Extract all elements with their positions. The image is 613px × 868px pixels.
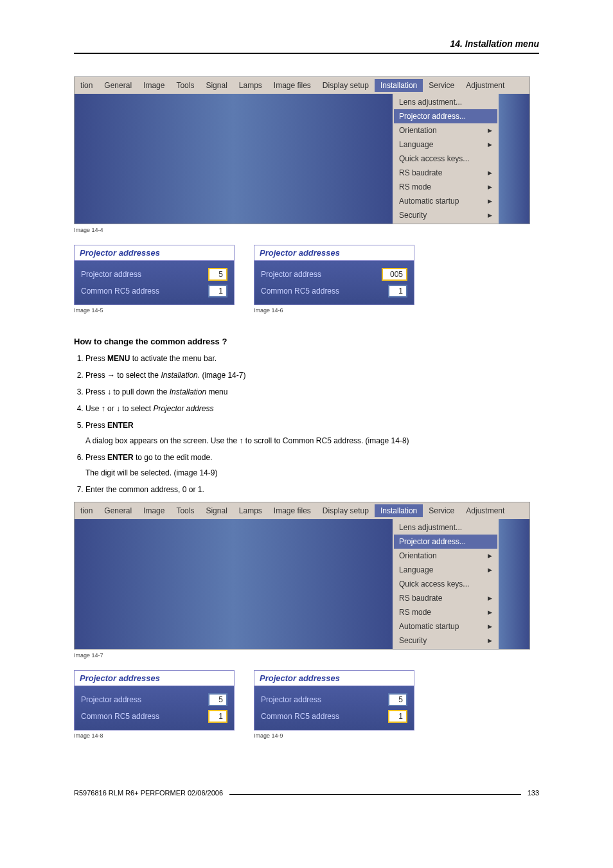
dropdown-item-lens-adjustment[interactable]: Lens adjustment... [394, 95, 497, 109]
dropdown-item-orientation[interactable]: Orientation▶ [394, 549, 497, 563]
rc5-address-value[interactable]: 1 [208, 285, 227, 297]
menu-bar: tionGeneralImageToolsSignalLampsImage fi… [75, 77, 529, 94]
menu-item-tion[interactable]: tion [75, 79, 98, 92]
menu-item-general[interactable]: General [98, 79, 138, 92]
chevron-right-icon: ▶ [488, 637, 492, 644]
dropdown-item-orientation[interactable]: Orientation▶ [394, 123, 497, 137]
row-label: Projector address [261, 270, 321, 279]
dropdown-item-language[interactable]: Language▶ [394, 563, 497, 577]
row-label: Common RC5 address [261, 712, 339, 721]
menu-item-display-setup[interactable]: Display setup [317, 79, 375, 92]
dropdown-label: Automatic startup [399, 197, 459, 206]
dialog-title: Projector addresses [254, 245, 414, 261]
menu-item-installation[interactable]: Installation [375, 79, 423, 92]
menu-item-tools[interactable]: Tools [170, 504, 200, 517]
rc5-address-value[interactable]: 1 [388, 710, 407, 723]
dropdown-label: Projector address... [399, 537, 466, 546]
dialog-projector-addresses-1: Projector addresses Projector address 5 … [74, 245, 235, 305]
dropdown-item-automatic-startup[interactable]: Automatic startup▶ [394, 194, 497, 208]
menu-item-general[interactable]: General [98, 504, 138, 517]
dropdown-label: Language [399, 565, 433, 574]
installation-dropdown: Lens adjustment...Projector address...Or… [393, 94, 499, 224]
dropdown-item-rs-mode[interactable]: RS mode▶ [394, 605, 497, 619]
row-label: Projector address [81, 270, 141, 279]
dropdown-label: Automatic startup [399, 622, 459, 631]
dropdown-item-rs-baudrate[interactable]: RS baudrate▶ [394, 591, 497, 605]
step-item: Use ↑ or ↓ to select Projector address [85, 403, 539, 414]
chevron-right-icon: ▶ [488, 567, 492, 573]
menu-item-adjustment[interactable]: Adjustment [460, 504, 510, 517]
dropdown-label: RS baudrate [399, 168, 442, 177]
menu-item-service[interactable]: Service [423, 79, 460, 92]
menu-background-right [499, 519, 529, 649]
steps-list: Press MENU to activate the menu bar.Pres… [74, 353, 539, 495]
dropdown-item-quick-access-keys[interactable]: Quick access keys... [394, 577, 497, 591]
menu-item-image-files[interactable]: Image files [268, 504, 317, 517]
menu-item-installation[interactable]: Installation [375, 504, 423, 517]
dropdown-label: Language [399, 140, 433, 149]
chevron-right-icon: ▶ [488, 170, 492, 176]
rc5-address-value[interactable]: 1 [208, 710, 227, 723]
menu-item-adjustment[interactable]: Adjustment [460, 79, 510, 92]
menu-item-image-files[interactable]: Image files [268, 79, 317, 92]
chevron-right-icon: ▶ [488, 595, 492, 601]
page-header: 14. Installation menu [74, 39, 539, 54]
menu-item-lamps[interactable]: Lamps [233, 79, 268, 92]
dialog-projector-addresses-3: Projector addresses Projector address 5 … [74, 670, 235, 731]
menu-item-signal[interactable]: Signal [200, 504, 233, 517]
dropdown-item-security[interactable]: Security▶ [394, 633, 497, 648]
projector-address-value[interactable]: 5 [208, 268, 227, 281]
caption-14-6: Image 14-6 [254, 307, 414, 314]
dropdown-item-language[interactable]: Language▶ [394, 137, 497, 152]
chevron-right-icon: ▶ [488, 141, 492, 148]
menu-item-image[interactable]: Image [138, 504, 170, 517]
menu-screenshot-1: tionGeneralImageToolsSignalLampsImage fi… [74, 76, 530, 224]
dropdown-item-projector-address[interactable]: Projector address... [394, 535, 497, 549]
menu-item-signal[interactable]: Signal [200, 79, 233, 92]
dropdown-label: Lens adjustment... [399, 523, 462, 532]
dialog-row-rc5: Common RC5 address 1 [261, 708, 407, 725]
footer-left: R5976816 RLM R6+ PERFORMER 02/06/2006 [74, 789, 223, 797]
dropdown-item-lens-adjustment[interactable]: Lens adjustment... [394, 520, 497, 535]
menu-screenshot-2: tionGeneralImageToolsSignalLampsImage fi… [74, 502, 530, 650]
dropdown-item-security[interactable]: Security▶ [394, 208, 497, 222]
projector-address-value[interactable]: 5 [388, 693, 407, 706]
menu-item-image[interactable]: Image [138, 79, 170, 92]
section-heading: How to change the common address ? [74, 337, 539, 346]
footer-page-number: 133 [528, 789, 539, 797]
chevron-right-icon: ▶ [488, 212, 492, 218]
projector-address-value[interactable]: 005 [382, 268, 407, 281]
caption-14-7: Image 14-7 [74, 652, 539, 659]
chevron-right-icon: ▶ [488, 198, 492, 204]
dialog-row-projector: Projector address 005 [261, 266, 407, 283]
step-item: Enter the common address, 0 or 1. [85, 484, 539, 495]
caption-14-4: Image 14-4 [74, 227, 539, 233]
footer-line [229, 794, 521, 795]
menu-item-service[interactable]: Service [423, 504, 460, 517]
dialog-projector-addresses-2: Projector addresses Projector address 00… [254, 245, 414, 305]
dropdown-item-rs-mode[interactable]: RS mode▶ [394, 180, 497, 194]
menu-item-lamps[interactable]: Lamps [233, 504, 268, 517]
dropdown-label: Projector address... [399, 112, 466, 121]
menu-bar: tionGeneralImageToolsSignalLampsImage fi… [75, 502, 529, 519]
dropdown-item-projector-address[interactable]: Projector address... [394, 109, 497, 123]
dialog-title: Projector addresses [75, 245, 234, 261]
dropdown-label: RS mode [399, 182, 431, 191]
menu-item-display-setup[interactable]: Display setup [317, 504, 375, 517]
dropdown-item-quick-access-keys[interactable]: Quick access keys... [394, 152, 497, 166]
menu-item-tools[interactable]: Tools [170, 79, 200, 92]
dialog-projector-addresses-4: Projector addresses Projector address 5 … [254, 670, 414, 731]
row-label: Common RC5 address [81, 712, 159, 721]
dropdown-item-rs-baudrate[interactable]: RS baudrate▶ [394, 166, 497, 180]
menu-background [75, 519, 393, 649]
step-item: Press ENTER to go to the edit mode.The d… [85, 452, 539, 479]
step-item: Press ENTERA dialog box appears on the s… [85, 420, 539, 447]
rc5-address-value[interactable]: 1 [388, 285, 407, 297]
dropdown-item-automatic-startup[interactable]: Automatic startup▶ [394, 619, 497, 633]
projector-address-value[interactable]: 5 [208, 693, 227, 706]
chevron-right-icon: ▶ [488, 553, 492, 559]
row-label: Common RC5 address [261, 287, 339, 296]
menu-item-tion[interactable]: tion [75, 504, 98, 517]
chevron-right-icon: ▶ [488, 184, 492, 190]
chevron-right-icon: ▶ [488, 127, 492, 134]
